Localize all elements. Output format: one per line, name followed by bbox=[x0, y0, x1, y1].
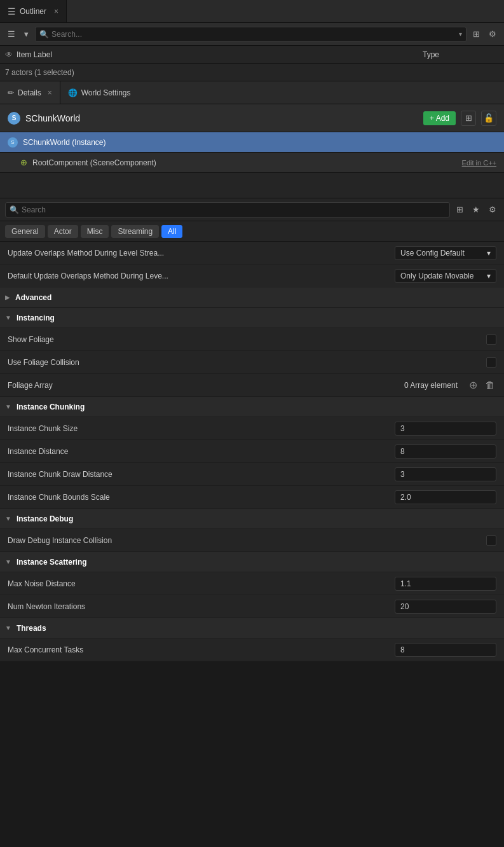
default-update-overlaps-arrow: ▾ bbox=[487, 272, 491, 280]
item-label-header: 👁 Item Label Type bbox=[0, 46, 504, 64]
max-noise-distance-row: Max Noise Distance 1.1 bbox=[0, 572, 504, 595]
add-button[interactable]: + Add bbox=[423, 111, 456, 125]
num-newton-iterations-row: Num Newton Iterations 20 bbox=[0, 595, 504, 618]
root-component-icon: ⊕ bbox=[20, 158, 27, 167]
instancing-section-header[interactable]: ▼ Instancing bbox=[0, 308, 504, 328]
search-icon: 🔍 bbox=[39, 30, 49, 39]
filter-search-icon: 🔍 bbox=[10, 205, 19, 214]
instance-debug-arrow-icon: ▼ bbox=[5, 515, 11, 522]
use-foliage-collision-checkbox[interactable] bbox=[486, 357, 496, 368]
foliage-array-label: Foliage Array bbox=[8, 381, 399, 390]
threads-section-title: Threads bbox=[17, 624, 46, 633]
filter-grid-button[interactable]: ⊞ bbox=[454, 203, 466, 216]
instance-chunk-bounds-scale-input[interactable]: 2.0 bbox=[395, 490, 496, 504]
draw-debug-label: Draw Debug Instance Collision bbox=[8, 536, 481, 545]
actors-count: 7 actors (1 selected) bbox=[0, 64, 504, 81]
item-label-column[interactable]: Item Label bbox=[17, 50, 423, 59]
details-pencil-icon: ✏ bbox=[8, 88, 14, 97]
instance-chunk-draw-distance-input[interactable]: 3 bbox=[395, 467, 496, 481]
use-foliage-collision-label: Use Foliage Collision bbox=[8, 358, 481, 367]
instance-chunking-section-header[interactable]: ▼ Instance Chunking bbox=[0, 397, 504, 417]
instance-chunk-size-input[interactable]: 3 bbox=[395, 422, 496, 436]
update-overlaps-row: Update Overlaps Method During Level Stre… bbox=[0, 242, 504, 265]
spacer bbox=[0, 173, 504, 198]
instance-scattering-arrow-icon: ▼ bbox=[5, 558, 11, 565]
filter-search-input[interactable] bbox=[22, 205, 446, 214]
instance-distance-input[interactable]: 8 bbox=[395, 444, 496, 458]
outliner-tab[interactable]: ☰ Outliner × bbox=[0, 0, 67, 22]
props-container: Update Overlaps Method During Level Stre… bbox=[0, 242, 504, 661]
outliner-close-button[interactable]: × bbox=[54, 7, 58, 16]
num-newton-iterations-input[interactable]: 20 bbox=[395, 600, 496, 614]
instance-chunk-draw-distance-row: Instance Chunk Draw Distance 3 bbox=[0, 463, 504, 486]
details-tab-bar: ✏ Details × 🌐 World Settings bbox=[0, 81, 504, 104]
world-settings-tab[interactable]: 🌐 World Settings bbox=[60, 81, 139, 104]
instance-debug-section-title: Instance Debug bbox=[17, 514, 73, 523]
max-concurrent-tasks-label: Max Concurrent Tasks bbox=[8, 645, 390, 654]
add-actor-button[interactable]: ⊞ bbox=[470, 28, 482, 40]
root-component-row[interactable]: ⊕ RootComponent (SceneComponent) Edit in… bbox=[0, 153, 504, 173]
filter-star-button[interactable]: ★ bbox=[470, 203, 482, 216]
tab-actor[interactable]: Actor bbox=[48, 225, 78, 238]
instance-chunking-section-title: Instance Chunking bbox=[17, 403, 85, 411]
instancing-arrow-icon: ▼ bbox=[5, 314, 11, 321]
lock-button[interactable]: 🔓 bbox=[481, 111, 496, 126]
threads-section-header[interactable]: ▼ Threads bbox=[0, 618, 504, 638]
instance-scattering-section-header[interactable]: ▼ Instance Scattering bbox=[0, 552, 504, 572]
details-tab-label: Details bbox=[18, 88, 41, 97]
default-update-overlaps-select[interactable]: Only Update Movable ▾ bbox=[395, 269, 496, 283]
draw-debug-row: Draw Debug Instance Collision bbox=[0, 529, 504, 552]
expand-button[interactable]: ▾ bbox=[22, 28, 31, 40]
outliner-tab-label: Outliner bbox=[20, 7, 46, 16]
default-update-overlaps-row: Default Update Overlaps Method During Le… bbox=[0, 265, 504, 287]
max-concurrent-tasks-input[interactable]: 8 bbox=[395, 643, 496, 657]
instance-chunk-size-row: Instance Chunk Size 3 bbox=[0, 417, 504, 440]
tab-streaming[interactable]: Streaming bbox=[111, 225, 159, 238]
edit-cpp-link[interactable]: Edit in C++ bbox=[462, 159, 496, 167]
foliage-array-value: 0 Array element bbox=[404, 381, 458, 390]
instance-icon: S bbox=[8, 137, 18, 148]
details-close-button[interactable]: × bbox=[48, 88, 52, 97]
component-name: SChunkWorld bbox=[25, 113, 418, 123]
instance-chunk-draw-distance-label: Instance Chunk Draw Distance bbox=[8, 470, 390, 479]
instance-chunking-arrow-icon: ▼ bbox=[5, 403, 11, 410]
tab-misc[interactable]: Misc bbox=[81, 225, 109, 238]
foliage-delete-button[interactable]: 🗑 bbox=[484, 380, 496, 391]
instance-debug-section-header[interactable]: ▼ Instance Debug bbox=[0, 509, 504, 529]
visibility-icon: 👁 bbox=[5, 50, 13, 59]
draw-debug-checkbox[interactable] bbox=[486, 535, 496, 546]
update-overlaps-arrow: ▾ bbox=[487, 249, 491, 258]
tab-all[interactable]: All bbox=[161, 225, 182, 238]
search-input[interactable] bbox=[51, 30, 456, 39]
outliner-icon: ☰ bbox=[8, 6, 16, 17]
use-foliage-collision-row: Use Foliage Collision bbox=[0, 351, 504, 374]
world-settings-globe-icon: 🌐 bbox=[68, 88, 78, 97]
settings-button[interactable]: ⚙ bbox=[486, 28, 499, 40]
search-dropdown-arrow[interactable]: ▾ bbox=[459, 31, 462, 38]
instance-scattering-section-title: Instance Scattering bbox=[17, 558, 87, 567]
show-foliage-row: Show Foliage bbox=[0, 328, 504, 351]
instance-distance-label: Instance Distance bbox=[8, 447, 390, 456]
filter-search-container: 🔍 bbox=[5, 202, 450, 217]
type-column[interactable]: Type bbox=[423, 50, 499, 59]
tab-general[interactable]: General bbox=[5, 225, 45, 238]
instance-row[interactable]: S SChunkWorld (Instance) bbox=[0, 132, 504, 153]
instancing-section-title: Instancing bbox=[17, 313, 55, 322]
outliner-toolbar: ☰ ▾ 🔍 ▾ ⊞ ⚙ bbox=[0, 23, 504, 46]
advanced-arrow-icon: ▶ bbox=[5, 294, 10, 301]
instance-distance-row: Instance Distance 8 bbox=[0, 440, 504, 463]
show-foliage-checkbox[interactable] bbox=[486, 334, 496, 345]
details-tab[interactable]: ✏ Details × bbox=[0, 81, 60, 104]
foliage-add-button[interactable]: ⊕ bbox=[468, 379, 479, 391]
advanced-section-header[interactable]: ▶ Advanced bbox=[0, 287, 504, 308]
max-noise-distance-input[interactable]: 1.1 bbox=[395, 577, 496, 591]
max-noise-distance-label: Max Noise Distance bbox=[8, 579, 390, 588]
instance-name: SChunkWorld (Instance) bbox=[23, 138, 106, 147]
component-grid-button[interactable]: ⊞ bbox=[461, 111, 476, 126]
threads-arrow-icon: ▼ bbox=[5, 624, 11, 631]
foliage-array-row: Foliage Array 0 Array element ⊕ 🗑 bbox=[0, 374, 504, 397]
root-component-name: RootComponent (SceneComponent) bbox=[32, 158, 457, 167]
filter-settings-button[interactable]: ⚙ bbox=[486, 203, 499, 216]
filter-button[interactable]: ☰ bbox=[5, 28, 18, 40]
update-overlaps-select[interactable]: Use Config Default ▾ bbox=[395, 246, 496, 260]
